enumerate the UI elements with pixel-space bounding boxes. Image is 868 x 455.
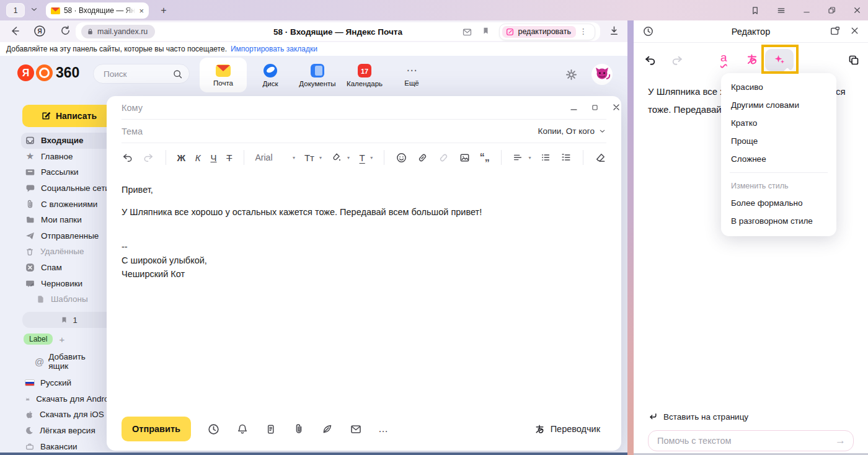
window-close-button[interactable] [852,6,862,15]
cc-from-toggle[interactable]: Копии, От кого [538,126,606,136]
search-box[interactable] [93,64,190,84]
signature-pen-icon[interactable] [321,423,334,435]
attach-file-icon[interactable] [293,423,305,435]
remove-link-button[interactable] [438,152,450,164]
refresh-button[interactable] [60,25,71,37]
redo-button[interactable] [143,152,154,164]
folder-attachments[interactable]: С вложениями [0,196,115,212]
to-field[interactable] [122,103,532,113]
ai-prompt-input[interactable] [657,436,835,446]
light-version-link[interactable]: Лёгкая версия [0,423,115,439]
ai-prompt-box[interactable]: → [648,430,854,451]
bookmark-page-icon[interactable] [481,26,490,38]
bold-button[interactable]: Ж [177,152,186,163]
compose-button[interactable]: Написать [22,105,115,127]
folder-drafts[interactable]: Черновики [0,275,115,291]
spellcheck-button[interactable]: a [720,51,727,63]
folder-sent[interactable]: Отправленные [0,228,115,244]
compose-close-button[interactable] [611,102,621,112]
emoji-button[interactable] [396,152,407,164]
subject-field[interactable] [122,126,538,136]
submit-arrow-icon[interactable]: → [835,435,846,447]
panel-translate-button[interactable] [745,53,759,66]
quote-button[interactable]: “„ [480,152,490,163]
settings-gear-icon[interactable] [565,68,578,81]
menu-item-shorten[interactable]: Кратко [721,114,836,132]
service-calendar[interactable]: 17 Календарь [341,58,388,92]
numbered-list-button[interactable] [560,152,572,163]
highlight-color-button[interactable] [331,152,342,163]
downloads-button[interactable] [608,25,620,37]
service-mail[interactable]: Почта [200,58,247,92]
menu-hamburger-icon[interactable] [776,6,786,15]
reminder-bell-icon[interactable] [236,423,249,435]
underline-button[interactable]: Ч [210,152,216,163]
add-label-button[interactable]: + [59,334,64,345]
bookmarks-filter-pill[interactable]: 1 [22,312,115,328]
font-size-select[interactable]: Tт [304,152,314,163]
more-options-icon[interactable]: … [378,423,389,435]
editor-undo-button[interactable] [644,54,657,67]
browser-tab[interactable]: 58 · Входящие — Яндекс Почта × [46,2,149,19]
yandex-button[interactable]: Я [33,25,46,40]
note-icon[interactable] [265,423,277,435]
insert-to-page-button[interactable]: Вставить на страницу [648,412,854,422]
panel-divider[interactable] [627,20,634,455]
menu-item-more-formal[interactable]: Более формально [721,194,836,212]
service-disk[interactable]: Диск [247,58,294,92]
eraser-button[interactable] [595,152,606,164]
mail-notifications-icon[interactable] [462,27,472,37]
schedule-send-icon[interactable] [207,423,220,436]
download-android-link[interactable]: Скачать для Android [0,391,115,407]
add-mailbox-button[interactable]: @ Добавить ящик [35,352,107,371]
italic-button[interactable]: К [195,152,201,163]
folder-newsletters[interactable]: Рассылки [0,164,115,180]
yandex360-logo[interactable]: Я 360 [17,64,79,81]
edit-extension-button[interactable]: редактировать … [499,24,595,40]
editor-redo-button[interactable] [671,54,684,67]
menu-item-complexify[interactable]: Сложнее [721,150,836,168]
translator-button[interactable]: Переводчик [534,423,600,435]
message-body[interactable]: Привет, У Шляпника все хорошо у остальны… [122,183,599,281]
folder-trash[interactable]: Удалённые [0,244,115,260]
menu-item-simplify[interactable]: Проще [721,132,836,150]
panel-copy-button[interactable] [848,54,860,66]
folder-templates[interactable]: Шаблоны [0,291,115,307]
compose-maximize-button[interactable] [591,104,599,112]
folder-my-folders[interactable]: Мои папки [0,212,115,228]
download-ios-link[interactable]: Скачать для iOS [0,407,115,423]
edit-extension-menu-icon[interactable]: … [581,27,590,36]
label-tag[interactable]: Label [24,334,53,345]
menu-item-conversational[interactable]: В разговорном стиле [721,212,836,230]
align-button[interactable] [512,152,523,163]
strikethrough-button[interactable]: Т [226,152,232,163]
bookmark-flag-icon[interactable] [750,6,760,15]
service-more[interactable]: ⋯ Ещё [388,58,435,92]
open-in-window-icon[interactable] [830,25,841,37]
folder-social[interactable]: Социальные сети [0,180,115,197]
search-input[interactable] [104,69,172,79]
bullet-list-button[interactable] [540,152,551,163]
folder-inbox[interactable]: Входящие [21,133,115,149]
insert-link-button[interactable] [417,152,428,164]
tab-counter-button[interactable]: 1 [6,3,25,17]
import-bookmarks-link[interactable]: Импортировать закладки [231,45,317,53]
folder-main[interactable]: ★ Главное [0,149,115,165]
language-link[interactable]: Русский [0,375,115,391]
text-color-button[interactable]: Т [359,152,365,163]
undo-button[interactable] [122,152,133,164]
tab-close-icon[interactable]: × [139,7,144,15]
menu-item-beautify[interactable]: Красиво [721,78,836,96]
back-button[interactable] [9,25,21,37]
service-docs[interactable]: Документы [294,58,341,92]
compose-minimize-button[interactable] [569,103,578,112]
window-minimize-button[interactable] [802,6,811,15]
envelope-icon[interactable] [350,423,362,435]
font-family-select[interactable]: Arial [255,152,287,162]
tab-list-chevron-icon[interactable] [30,5,38,14]
menu-item-rephrase[interactable]: Другими словами [721,96,836,114]
panel-close-button[interactable] [849,25,860,36]
insert-image-button[interactable] [459,152,471,164]
new-tab-button[interactable]: + [156,3,171,17]
user-avatar[interactable] [591,64,613,85]
